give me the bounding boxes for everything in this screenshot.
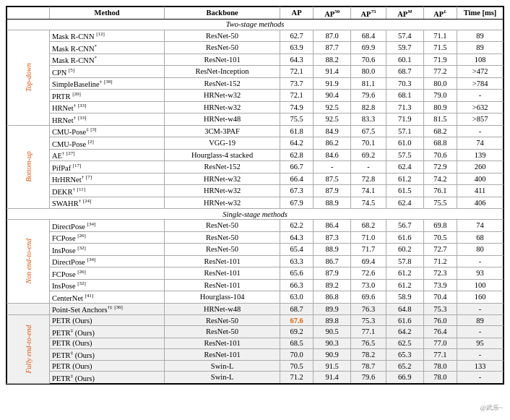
method-cell: FCPose [26] xyxy=(49,231,164,244)
backbone-cell: HRNet-w32 xyxy=(165,90,280,102)
apm-cell: 65.2 xyxy=(386,361,424,372)
apm-cell: 57.5 xyxy=(386,149,424,161)
table-row: FCPose [26] ResNet-50 64.3 87.3 71.0 61.… xyxy=(7,231,503,244)
ap-cell: 64.3 xyxy=(280,231,314,244)
col-time-header: Time [ms] xyxy=(457,7,503,20)
time-cell: - xyxy=(457,255,503,267)
apm-cell: 58.9 xyxy=(386,291,424,304)
table-row: CPN [5] ResNet-Inception 72.1 91.4 80.0 … xyxy=(7,66,503,78)
table-row: Fully end-to-end PETR (Ours) ResNet-50 6… xyxy=(7,315,503,326)
ap-cell: 71.2 xyxy=(280,372,314,384)
apl-cell: 77.0 xyxy=(423,338,457,348)
apm-cell: 57.8 xyxy=(386,255,424,267)
apl-cell: 75.3 xyxy=(423,303,457,315)
ap75-cell: 78.2 xyxy=(350,348,386,361)
ap50-cell: 87.3 xyxy=(314,231,351,244)
apl-cell: 77.1 xyxy=(423,348,457,361)
ap-cell: 68.7 xyxy=(280,303,314,315)
backbone-cell: VGG-19 xyxy=(165,137,280,150)
col-ap50-header: AP50 xyxy=(314,7,351,20)
backbone-cell: ResNet-50 xyxy=(165,326,280,338)
method-cell: PETR‡ (Ours) xyxy=(49,326,164,338)
ap-cell: 66.4 xyxy=(280,173,314,185)
table-row: PETR (Ours) ResNet-101 68.5 90.3 76.5 62… xyxy=(7,338,503,348)
ap50-cell: 84.9 xyxy=(314,125,351,137)
table-row: Mask R-CNN* ResNet-50 63.9 87.7 69.9 59.… xyxy=(7,42,503,54)
time-cell: 89 xyxy=(457,30,503,42)
ap-cell: 63.9 xyxy=(280,42,314,54)
time-cell: - xyxy=(457,348,503,361)
apl-cell: 68.8 xyxy=(423,137,457,150)
ap-cell: 65.6 xyxy=(280,267,314,280)
ap-cell: 64.2 xyxy=(280,137,314,150)
apm-cell: 57.1 xyxy=(386,125,424,137)
table-row: SWAHR† [24] HRNet-w32 67.9 88.9 74.5 62.… xyxy=(7,197,503,209)
ap-cell: 61.8 xyxy=(280,125,314,137)
ap50-cell: 87.9 xyxy=(314,185,351,197)
time-cell: 80 xyxy=(457,244,503,256)
col-apl-header: APL xyxy=(423,7,457,20)
ap50-cell: 90.4 xyxy=(314,90,351,102)
method-cell: PRTR [20] xyxy=(49,90,164,102)
apm-cell: 68.7 xyxy=(386,66,424,78)
col-backbone-header: Backbone xyxy=(165,7,280,20)
method-cell: Mask R-CNN* xyxy=(49,42,164,54)
backbone-cell: ResNet-152 xyxy=(165,161,280,173)
ap75-cell: 74.5 xyxy=(350,197,386,209)
ap75-cell: 69.6 xyxy=(350,291,386,304)
apl-cell: 80.9 xyxy=(423,101,457,113)
apl-cell: 77.2 xyxy=(423,66,457,78)
time-cell: >784 xyxy=(457,77,503,90)
method-cell: PETR (Ours) xyxy=(49,361,164,372)
ap75-cell: 80.0 xyxy=(350,66,386,78)
apl-cell: 78.0 xyxy=(423,361,457,372)
ap-cell: 65.4 xyxy=(280,244,314,256)
method-cell: PETR (Ours) xyxy=(49,315,164,326)
ap75-cell: 76.3 xyxy=(350,303,386,315)
ap-cell: 62.2 xyxy=(280,220,314,232)
table-row: Non end-to-end DirectPose [34] ResNet-50… xyxy=(7,220,503,232)
backbone-cell: HRNet-w32 xyxy=(165,197,280,209)
ap-cell: 62.7 xyxy=(280,30,314,42)
watermark: @武乐~ xyxy=(480,403,503,413)
apm-cell: 64.8 xyxy=(386,303,424,315)
method-cell: Mask R-CNN* xyxy=(49,53,164,66)
apm-cell: 57.4 xyxy=(386,30,424,42)
apl-cell: 79.0 xyxy=(423,90,457,102)
method-cell: PifPaf [17] xyxy=(49,161,164,173)
ap75-cell: 68.2 xyxy=(350,220,386,232)
method-cell: DirectPose [34] xyxy=(49,220,164,232)
backbone-cell: ResNet-50 xyxy=(165,244,280,256)
backbone-cell: HRNet-w32 xyxy=(165,173,280,185)
apl-cell: 81.5 xyxy=(423,113,457,126)
ap50-cell: 87.7 xyxy=(314,42,351,54)
apl-cell: 70.4 xyxy=(423,291,457,304)
apm-cell: 60.1 xyxy=(386,53,424,66)
method-cell: PETR‡ (Ours) xyxy=(49,372,164,384)
time-cell: 411 xyxy=(457,185,503,197)
time-cell: 160 xyxy=(457,291,503,304)
bottom-up-label: Bottom-up xyxy=(7,125,50,209)
method-cell: SimpleBaseline† [39] xyxy=(49,77,164,90)
time-cell: >472 xyxy=(457,66,503,78)
apm-cell: 59.7 xyxy=(386,42,424,54)
method-cell: HRNet† [33] xyxy=(49,113,164,126)
ap75-cell: 76.5 xyxy=(350,338,386,348)
method-cell: DirectPose [34] xyxy=(49,255,164,267)
apm-cell: 61.2 xyxy=(386,267,424,280)
ap50-cell: - xyxy=(314,161,351,173)
table-row: HRNet† [33] HRNet-w32 74.9 92.5 82.8 71.… xyxy=(7,101,503,113)
two-stage-label: Two-stage methods xyxy=(7,19,503,30)
method-cell: Point-Set Anchors†‡ [36] xyxy=(49,303,164,315)
ap-cell: 63.3 xyxy=(280,255,314,267)
single-stage-label: Single-stage methods xyxy=(7,209,503,220)
method-cell: CMU-Pose [2] xyxy=(49,137,164,150)
ap50-cell: 90.3 xyxy=(314,338,351,348)
table-row: HrHRNet† [7] HRNet-w32 66.4 87.5 72.8 61… xyxy=(7,173,503,185)
method-cell: HrHRNet† [7] xyxy=(49,173,164,185)
fully-end-to-end-label: Fully end-to-end xyxy=(7,315,50,384)
ap-cell: 62.8 xyxy=(280,149,314,161)
backbone-cell: HRNet-w32 xyxy=(165,101,280,113)
ap75-cell: 78.7 xyxy=(350,361,386,372)
col-apm-header: APM xyxy=(386,7,424,20)
